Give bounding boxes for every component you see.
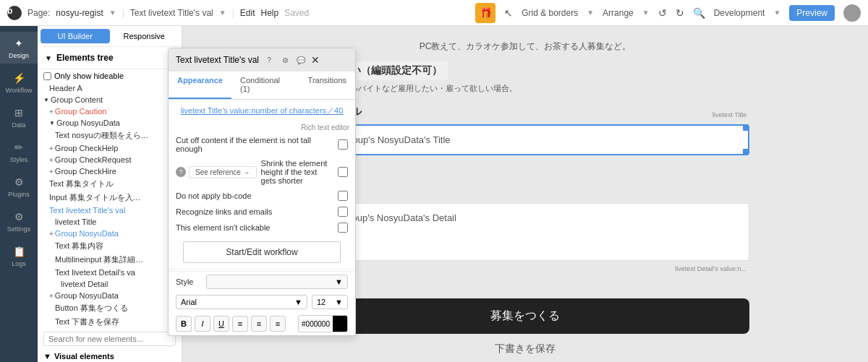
search-icon[interactable]: 🔍 bbox=[693, 7, 705, 19]
tree-item-text-boshu[interactable]: Text 募集タイトル bbox=[38, 177, 182, 191]
tree-toggle-icon[interactable]: ▼ bbox=[45, 54, 52, 62]
logs-label: Logs bbox=[12, 260, 26, 267]
dialog-close-button[interactable]: ✕ bbox=[311, 54, 320, 66]
tree-item-livetext-title-plain[interactable]: livetext Title 👁 bbox=[38, 216, 182, 228]
element-search-input[interactable] bbox=[43, 332, 176, 346]
see-reference-button[interactable]: See reference → bbox=[189, 166, 257, 178]
tree-item-multilineinput[interactable]: Multilineinput 募集詳細… bbox=[38, 253, 182, 267]
livetext-dropdown-icon[interactable]: ▼ bbox=[219, 9, 226, 17]
dialog-help-icon[interactable]: ? bbox=[263, 54, 275, 66]
tree-item-group-nosyudata3[interactable]: + Group NosyuData bbox=[38, 290, 182, 301]
edit-button[interactable]: Edit bbox=[240, 8, 255, 18]
tree-item-group-checkrequest[interactable]: + Group CheckRequest bbox=[38, 154, 182, 165]
create-button[interactable]: 募集をつくる bbox=[301, 298, 749, 334]
undo-icon[interactable]: ↺ bbox=[658, 7, 667, 19]
font-size-select[interactable]: 12 ▼ bbox=[312, 295, 348, 309]
tree-item-group-nosyudata[interactable]: ▼ Group NosyuData bbox=[38, 117, 182, 129]
detail-field-value: Parent group's NosyuData's Detail bbox=[313, 212, 737, 223]
page-dropdown-icon[interactable]: ▼ bbox=[109, 9, 116, 17]
help-button[interactable]: Help bbox=[260, 8, 278, 18]
page-name[interactable]: nosyu-regist bbox=[56, 8, 103, 18]
opt-recognize-checkbox[interactable] bbox=[338, 207, 348, 217]
gift-icon[interactable]: 🎁 bbox=[475, 3, 495, 23]
workflow-icon: ⚡ bbox=[12, 71, 26, 85]
tree-item-input-boshu[interactable]: Input 募集タイトルを入… bbox=[38, 191, 182, 204]
sidebar-item-workflow[interactable]: ⚡ Workflow bbox=[0, 66, 38, 98]
appearance-link[interactable]: livetext Title's value:number of charact… bbox=[181, 105, 344, 116]
sidebar-item-settings[interactable]: ⚙ Settings bbox=[0, 205, 38, 237]
arrange-dropdown-icon[interactable]: ▼ bbox=[642, 9, 650, 17]
icon-sidebar: ✦ Design ⚡ Workflow ⊞ Data ✏ Styles ⚙ Pl… bbox=[0, 26, 38, 362]
shrink-tooltip-q[interactable]: ? bbox=[176, 167, 186, 177]
font-row: Arial ▼ 12 ▼ bbox=[169, 292, 355, 312]
page-label: Page: bbox=[27, 8, 50, 18]
tree-item-group-caution[interactable]: + Group Caution bbox=[38, 105, 182, 117]
opt-shrink-checkbox[interactable] bbox=[338, 167, 348, 177]
group-nosyudata-label: Group NosyuData bbox=[56, 118, 120, 127]
redo-icon[interactable]: ↻ bbox=[676, 7, 684, 19]
tree-item-text-shitagi[interactable]: Text 下書きを保存 bbox=[38, 315, 182, 329]
tree-item-group-content[interactable]: ▼ Group Content bbox=[38, 94, 182, 105]
align-right-button[interactable]: ≡ bbox=[270, 316, 286, 332]
opt-not-clickable-checkbox[interactable] bbox=[338, 223, 348, 233]
user-avatar[interactable] bbox=[843, 4, 861, 22]
visual-elements-header[interactable]: ▼ Visual elements bbox=[38, 349, 182, 362]
tab-ui-builder[interactable]: UI Builder bbox=[41, 29, 110, 43]
dialog-comment-icon[interactable]: 💬 bbox=[295, 54, 307, 66]
sidebar-item-styles[interactable]: ✏ Styles bbox=[0, 136, 38, 168]
sidebar-item-plugins[interactable]: ⚙ Plugins bbox=[0, 171, 38, 202]
opt-no-bb-checkbox[interactable] bbox=[338, 191, 348, 201]
text-nosyu-label: Text nosyuの種類をえら… bbox=[55, 130, 149, 141]
tree-item-livetext-detail[interactable]: Text livetext Detail's va bbox=[38, 267, 182, 278]
group-caution-label: Group Caution bbox=[55, 107, 107, 116]
detail-field-container: Parent group's NosyuData's Detail livete… bbox=[301, 203, 749, 261]
grid-borders-button[interactable]: Grid & borders bbox=[522, 8, 578, 18]
font-select[interactable]: Arial ▼ bbox=[176, 295, 307, 309]
tree-item-group-nosyudata2[interactable]: + Group NosyuData bbox=[38, 228, 182, 239]
dev-dropdown-icon[interactable]: ▼ bbox=[773, 9, 780, 17]
tab-responsive[interactable]: Responsive bbox=[110, 29, 179, 43]
dialog-settings-icon[interactable]: ⚙ bbox=[279, 54, 291, 66]
workflow-button[interactable]: Start/Edit workflow bbox=[183, 241, 341, 263]
elements-tree-header: ▼ Elements tree bbox=[38, 47, 182, 69]
tree-item-header-a[interactable]: Header A bbox=[38, 82, 182, 94]
grid-dropdown-icon[interactable]: ▼ bbox=[587, 9, 594, 17]
visual-elements-label: Visual elements bbox=[54, 352, 114, 361]
align-center-button[interactable]: ≡ bbox=[251, 316, 267, 332]
tree-item-button-boshu[interactable]: Button 募集をつくる bbox=[38, 301, 182, 315]
tab-conditional[interactable]: Conditional (1) bbox=[231, 72, 299, 99]
hire-section: ✓ 雇いたい（編頭設定不可） 社員、アルバイトなど雇用したい・雇って欲しい場合。 bbox=[301, 61, 749, 94]
sidebar-item-design[interactable]: ✦ Design bbox=[0, 32, 38, 64]
input-boshu-label: Input 募集タイトルを入… bbox=[49, 192, 141, 203]
tree-item-text-naiyou[interactable]: Text 募集内容 bbox=[38, 239, 182, 253]
title-field[interactable]: Parent group's NosyuData's Title bbox=[301, 124, 749, 155]
opt-cutoff-checkbox[interactable] bbox=[338, 139, 348, 150]
livetext-detail-plain-label: livetext Detail bbox=[61, 280, 108, 288]
detail-field[interactable]: Parent group's NosyuData's Detail bbox=[301, 203, 749, 261]
color-picker[interactable]: #000000 bbox=[298, 315, 348, 332]
see-reference-label: See reference → bbox=[195, 168, 250, 176]
tree-item-group-checkhelp[interactable]: + Group CheckHelp bbox=[38, 142, 182, 154]
align-left-button[interactable]: ≡ bbox=[232, 316, 248, 332]
sidebar-item-logs[interactable]: 📋 Logs bbox=[0, 240, 38, 272]
italic-button[interactable]: I bbox=[195, 316, 210, 332]
preview-button[interactable]: Preview bbox=[789, 5, 835, 21]
tree-item-livetext-detail-plain[interactable]: livetext Detail bbox=[38, 278, 182, 290]
development-button[interactable]: Development bbox=[714, 8, 765, 18]
underline-button[interactable]: U bbox=[213, 316, 229, 332]
pc-text: PC教えて、カラオケ参加して、お茶する人募集など。 bbox=[301, 40, 749, 53]
settings-icon: ⚙ bbox=[12, 210, 26, 224]
elements-panel: UI Builder Responsive ▼ Elements tree On… bbox=[38, 26, 182, 362]
sidebar-item-data[interactable]: ⊞ Data bbox=[0, 101, 38, 133]
tab-appearance[interactable]: Appearance bbox=[169, 72, 231, 99]
show-hideable-checkbox[interactable] bbox=[43, 72, 51, 80]
tab-transitions[interactable]: Transitions bbox=[299, 72, 355, 99]
style-dropdown[interactable]: ▼ bbox=[206, 275, 348, 289]
tree-item-text-nosyu[interactable]: Text nosyuの種類をえら… bbox=[38, 129, 182, 142]
arrange-button[interactable]: Arrange bbox=[603, 8, 634, 18]
tree-item-livetext-title[interactable]: Text livetext Title's val bbox=[38, 204, 182, 216]
tree-item-group-checkhire[interactable]: + Group CheckHire bbox=[38, 165, 182, 177]
corner-handle-br bbox=[743, 149, 749, 155]
bold-button[interactable]: B bbox=[176, 316, 192, 332]
text-livetext-dialog: Text livetext Title's val ? ⚙ 💬 ✕ Appear… bbox=[168, 48, 356, 336]
